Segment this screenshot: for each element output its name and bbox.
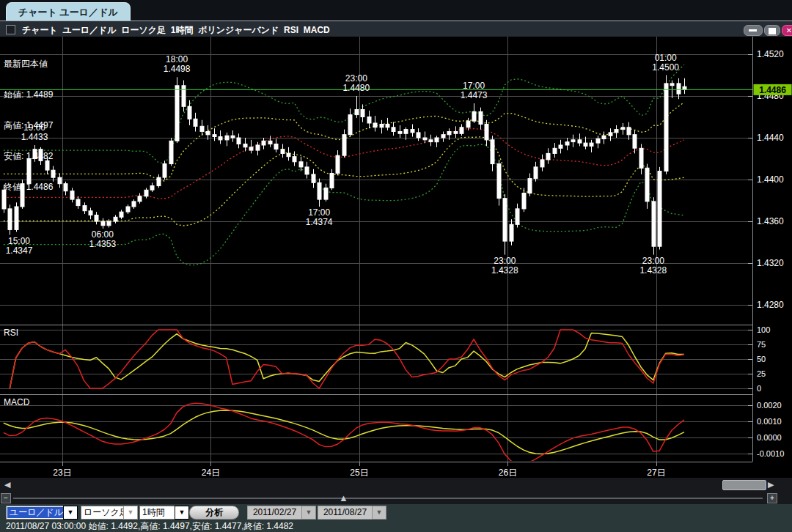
svg-text:1.4500: 1.4500 [652,62,679,73]
zoom-slider-thumb[interactable]: ▲ [339,492,348,504]
svg-text:17:00: 17:00 [308,207,330,218]
svg-text:1.4440: 1.4440 [757,133,784,143]
macd-lines [4,403,684,464]
svg-text:1.4328: 1.4328 [491,265,518,276]
svg-text:25日: 25日 [350,468,368,478]
svg-text:1.4473: 1.4473 [461,90,488,100]
chart-annotations: 15:001.434719:001.443306:001.435318:001.… [6,53,680,276]
price-chart-svg: 1.45201.44801.44401.44001.43601.43201.42… [0,37,792,478]
svg-text:0.0020: 0.0020 [757,401,782,410]
svg-text:1.4353: 1.4353 [89,239,116,249]
scrollbar-thumb[interactable] [722,480,766,490]
svg-text:23:00: 23:00 [642,256,664,266]
minimize-icon [749,29,757,32]
svg-text:23:00: 23:00 [345,73,367,84]
legend-low: 安値: 1.4482 [4,151,53,161]
timeframe-arrow-icon[interactable]: ▼ [175,506,189,520]
chart-style-select[interactable]: ローソク足 [81,506,126,520]
svg-text:25: 25 [757,369,766,378]
zoom-out-button[interactable]: − [1,493,11,503]
chart-style-arrow-icon[interactable]: ▼ [123,506,138,520]
svg-text:01:00: 01:00 [655,53,677,63]
rsi-panel-label: RSI [4,328,18,338]
svg-text:0.0000: 0.0000 [757,433,782,442]
zoom-slider-track[interactable] [13,498,763,499]
svg-text:1.4280: 1.4280 [757,300,784,310]
svg-text:1.4520: 1.4520 [757,49,784,59]
tab-chart-eur-usd[interactable]: チャート ユーロ／ドル [6,2,131,21]
legend-open: 始値: 1.4489 [4,89,53,100]
chart-window: チャート ユーロ／ドル チャート ユーロ／ドル ローソク足 1時間 ボリンジャー… [0,0,792,532]
svg-text:24日: 24日 [202,468,220,478]
candlesticks [2,75,686,255]
svg-text:1.4374: 1.4374 [306,217,333,227]
window-title: チャート ユーロ／ドル ローソク足 1時間 ボリンジャーバンド RSI MACD [22,24,330,37]
svg-text:1.4360: 1.4360 [757,216,784,226]
legend-high: 高値: 1.4497 [4,120,53,130]
timeframe-select[interactable]: 1時間 [139,506,177,520]
svg-text:17:00: 17:00 [463,81,485,91]
date-to-field[interactable]: 2011/08/27 [318,506,373,520]
date-to-arrow-icon[interactable]: ▼ [372,506,386,520]
svg-text:1.4486: 1.4486 [759,85,786,95]
svg-text:1.4480: 1.4480 [342,83,370,93]
svg-text:06:00: 06:00 [92,229,114,240]
title-bar[interactable]: チャート ユーロ／ドル ローソク足 1時間 ボリンジャーバンド RSI MACD… [0,21,792,37]
rsi-axis-labels: 1007550250 [757,325,770,393]
legend-close: 終値: 1.4486 [4,182,53,192]
pair-select-arrow-icon[interactable]: ▼ [63,506,78,520]
ohlc-legend: 最新四本値 始値: 1.4489 高値: 1.4497 安値: 1.4482 終… [4,38,53,213]
svg-text:27日: 27日 [647,468,665,478]
svg-text:100: 100 [757,325,770,334]
scroll-left-icon[interactable]: ◀ [4,480,10,489]
svg-text:1.4347: 1.4347 [6,245,33,256]
zoom-in-button[interactable]: + [767,493,777,503]
svg-text:1.4498: 1.4498 [164,64,191,74]
macd-axis-labels: 0.00200.00100.0000-0.0010 [757,401,784,458]
macd-panel-label: MACD [4,397,29,407]
axis-ticks [748,54,752,454]
minimize-button[interactable] [744,25,763,36]
maximize-icon [769,28,776,34]
maximize-button[interactable] [764,25,780,36]
svg-text:18:00: 18:00 [166,54,188,64]
svg-text:50: 50 [757,355,766,363]
svg-text:0.0010: 0.0010 [757,417,782,426]
chart-area[interactable]: 1.45201.44801.44401.44001.43601.43201.42… [0,37,792,478]
horizontal-scrollbar[interactable]: ◀ ▶ [0,478,792,492]
analyze-button[interactable]: 分析 [189,506,239,520]
svg-text:1.4400: 1.4400 [757,174,784,185]
tab-strip: チャート ユーロ／ドル [0,0,792,21]
date-from-arrow-icon[interactable]: ▼ [301,506,316,520]
scroll-right-icon[interactable]: ▶ [768,480,774,489]
svg-text:23日: 23日 [53,468,71,478]
zoom-slider-row[interactable]: − ▲ + [0,492,792,504]
legend-title: 最新四本値 [4,59,53,69]
svg-text:15:00: 15:00 [8,236,30,246]
window-icon [6,25,15,34]
status-bar: 2011/08/27 03:00:00 始値: 1.4492,高値: 1.449… [6,520,293,532]
gridlines [0,37,752,462]
svg-text:1.4320: 1.4320 [757,258,784,268]
close-button[interactable]: ✕ [782,25,792,36]
svg-text:-0.0010: -0.0010 [757,449,784,458]
pair-select[interactable]: ユーロ／ドル [6,506,65,520]
svg-text:23:00: 23:00 [494,256,516,266]
svg-text:26日: 26日 [499,468,517,478]
date-from-field[interactable]: 2011/02/27 [247,506,302,520]
toolbar: ユーロ／ドル ▼ ローソク足 ▼ 1時間 ▼ 分析 2011/02/27 ▼ 2… [0,504,792,532]
svg-text:75: 75 [757,340,766,349]
svg-text:1.4328: 1.4328 [639,265,667,276]
svg-text:0: 0 [757,384,761,393]
x-axis-day-labels: 23日24日25日26日27日 [53,468,665,478]
